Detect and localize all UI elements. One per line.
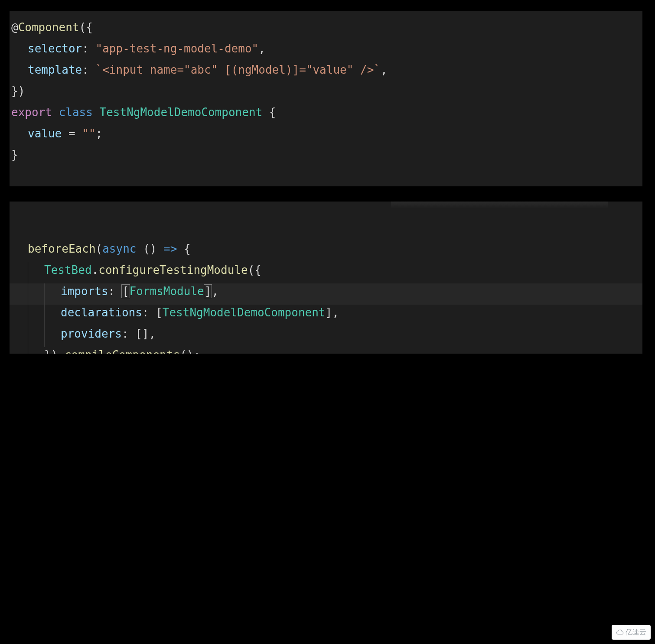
watermark-text: 亿速云 xyxy=(626,628,646,637)
code-token: = xyxy=(62,127,82,140)
code-token: template xyxy=(28,63,82,76)
indent-guide xyxy=(11,347,28,354)
indent-guide xyxy=(28,326,44,347)
code-line[interactable]: selector: "app-test-ng-model-demo", xyxy=(10,41,642,62)
code-token: : xyxy=(82,42,95,55)
code-token: beforeEach xyxy=(28,242,96,255)
code-token: ({ xyxy=(79,21,93,34)
indent-guide xyxy=(11,241,28,262)
code-line[interactable]: imports: [FormsModule], xyxy=(10,283,642,305)
code-token: imports xyxy=(61,285,108,298)
code-token: "app-test-ng-model-demo" xyxy=(96,42,259,55)
code-token: providers xyxy=(61,327,122,340)
indent-guide xyxy=(11,326,28,347)
code-token: async xyxy=(102,242,136,255)
code-token: , xyxy=(212,285,218,298)
code-line[interactable]: value = ""; xyxy=(10,126,642,147)
code-token: value xyxy=(28,127,62,140)
watermark-badge: 亿速云 xyxy=(612,625,651,640)
code-token: TestNgModelDemoComponent xyxy=(163,306,326,319)
code-token: compileComponents xyxy=(65,348,180,354)
indent-guide xyxy=(44,326,61,347)
code-line[interactable]: }).compileComponents(); xyxy=(10,347,642,354)
code-token: }). xyxy=(44,348,65,354)
code-token: . xyxy=(92,263,99,276)
code-token xyxy=(93,106,100,119)
indent-guide xyxy=(28,305,44,326)
code-line[interactable]: providers: [], xyxy=(10,326,642,347)
indent-guide xyxy=(11,41,28,62)
code-token: => xyxy=(163,242,177,255)
indent-guide xyxy=(11,62,28,83)
code-token: `<input name="abc" [(ngModel)]="value" /… xyxy=(96,63,381,76)
code-token: TestBed xyxy=(44,263,92,276)
code-token: }) xyxy=(11,85,25,98)
indent-guide xyxy=(44,283,61,305)
code-token: declarations xyxy=(61,306,142,319)
indent-guide xyxy=(11,283,28,305)
code-token: , xyxy=(381,63,388,76)
indent-guide xyxy=(28,262,44,283)
code-token: ; xyxy=(96,127,103,140)
cloud-icon xyxy=(616,628,624,636)
minimap-shadow xyxy=(391,202,608,208)
indent-guide xyxy=(28,283,44,305)
code-token: FormsModule xyxy=(130,285,204,298)
indent-guide xyxy=(28,347,44,354)
code-token: "" xyxy=(82,127,95,140)
code-token: Component xyxy=(18,21,79,34)
code-token: TestNgModelDemoComponent xyxy=(100,106,263,119)
code-token: class xyxy=(59,106,93,119)
code-token: () xyxy=(136,242,163,255)
code-line[interactable]: beforeEach(async () => { xyxy=(10,241,642,262)
code-token: ( xyxy=(96,242,103,255)
code-token xyxy=(52,106,59,119)
code-token: } xyxy=(11,148,18,161)
code-line[interactable]: } xyxy=(10,147,642,168)
indent-guide xyxy=(44,305,61,326)
indent-guide xyxy=(11,126,28,147)
code-line[interactable]: @Component({ xyxy=(10,20,642,41)
code-token: export xyxy=(11,106,52,119)
code-token: [ xyxy=(121,284,130,298)
code-token: ({ xyxy=(248,263,261,276)
code-token: : [ xyxy=(142,306,163,319)
code-editor-block-1[interactable]: @Component({selector: "app-test-ng-model… xyxy=(10,11,642,186)
code-editor-block-2[interactable]: beforeEach(async () => {TestBed.configur… xyxy=(10,202,642,354)
code-token: { xyxy=(177,242,190,255)
code-line[interactable]: TestBed.configureTestingModule({ xyxy=(10,262,642,283)
code-line[interactable]: declarations: [TestNgModelDemoComponent]… xyxy=(10,305,642,326)
code-token: ], xyxy=(326,306,339,319)
code-token: selector xyxy=(28,42,82,55)
indent-guide xyxy=(11,305,28,326)
code-token: : xyxy=(108,285,122,298)
indent-guide xyxy=(11,262,28,283)
code-line[interactable]: export class TestNgModelDemoComponent { xyxy=(10,104,642,126)
code-token: (); xyxy=(180,348,200,354)
code-token: : xyxy=(82,63,95,76)
code-token: { xyxy=(262,106,276,119)
code-token: : [], xyxy=(122,327,156,340)
code-token: configureTestingModule xyxy=(98,263,248,276)
code-token: ] xyxy=(204,284,212,298)
code-line[interactable]: }) xyxy=(10,83,642,104)
code-token: , xyxy=(258,42,265,55)
code-line[interactable]: template: `<input name="abc" [(ngModel)]… xyxy=(10,62,642,83)
code-token: @ xyxy=(11,21,18,34)
